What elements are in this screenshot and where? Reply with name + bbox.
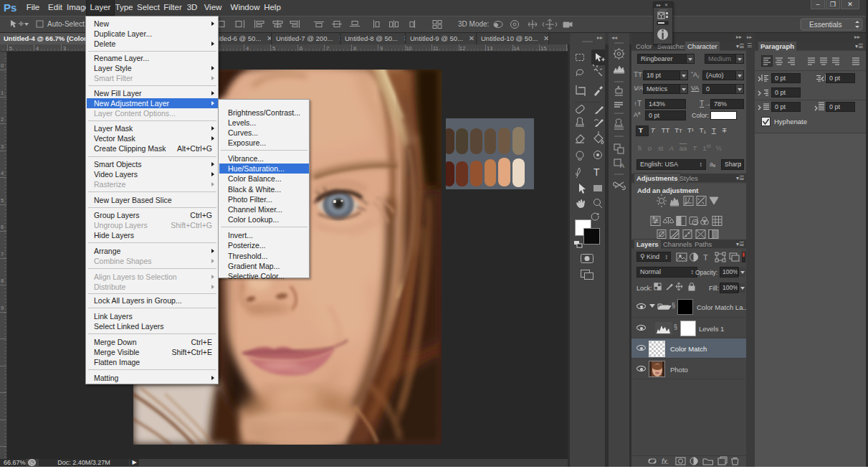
- svg-text:6: 6: [300, 45, 302, 52]
- svg-text:12: 12: [459, 45, 465, 52]
- svg-text:0: 0: [1, 62, 4, 69]
- svg-text:4: 4: [1, 170, 4, 176]
- svg-text:1: 1: [1, 90, 4, 96]
- svg-text:7: 7: [1, 251, 4, 257]
- svg-text:8: 8: [353, 45, 356, 52]
- svg-text:A: A: [620, 162, 624, 169]
- svg-text:9: 9: [380, 45, 383, 52]
- svg-text:15: 15: [540, 45, 546, 52]
- svg-text:11: 11: [433, 45, 439, 52]
- svg-text:9: 9: [1, 305, 4, 311]
- svg-text:3: 3: [63, 45, 66, 52]
- svg-text:7: 7: [326, 45, 329, 52]
- svg-text:14: 14: [513, 45, 519, 52]
- svg-text:3: 3: [1, 143, 4, 150]
- svg-text:5: 5: [1, 197, 4, 204]
- svg-text:Essentials: Essentials: [809, 21, 842, 29]
- svg-text:4: 4: [36, 45, 39, 52]
- svg-text:5: 5: [9, 45, 12, 52]
- svg-text:▸▸: ▸▸: [597, 34, 603, 41]
- svg-text:2: 2: [1, 116, 4, 123]
- svg-text:8: 8: [1, 278, 4, 284]
- svg-text:T: T: [593, 166, 600, 178]
- svg-text:fx.: fx.: [662, 458, 669, 465]
- svg-text:4: 4: [246, 45, 249, 52]
- svg-text:13: 13: [487, 45, 492, 52]
- svg-text:T: T: [703, 253, 708, 262]
- svg-text:10: 10: [406, 45, 411, 52]
- svg-text:5: 5: [272, 45, 275, 52]
- svg-text:3D Mode:: 3D Mode:: [458, 20, 489, 28]
- svg-text:Auto-Select:: Auto-Select:: [47, 20, 86, 28]
- svg-text:◂◂: ◂◂: [611, 34, 617, 41]
- svg-text:6: 6: [1, 224, 4, 230]
